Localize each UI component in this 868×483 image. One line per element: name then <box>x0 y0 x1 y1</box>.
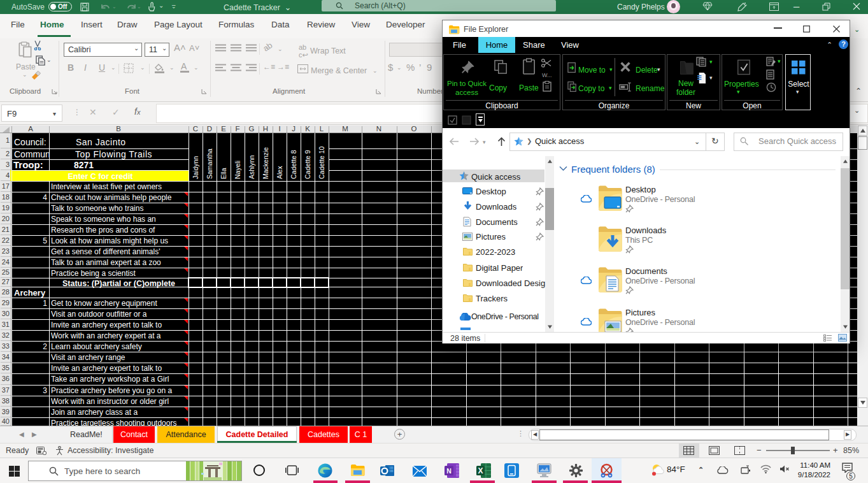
svg-text:N: N <box>446 467 452 475</box>
svg-text:W...: W... <box>542 72 552 78</box>
svg-text:X: X <box>478 466 483 475</box>
